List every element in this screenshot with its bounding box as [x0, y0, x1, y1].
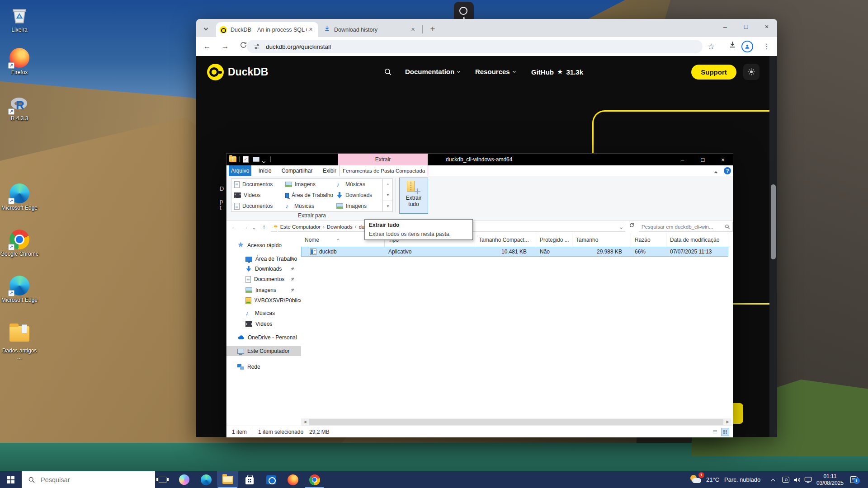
tray-weather-text[interactable]: Parc. nublado — [724, 471, 760, 488]
column-header-protegido[interactable]: Protegido ... — [536, 233, 572, 247]
explorer-close-button[interactable]: × — [713, 154, 733, 165]
sidebar-item-onedrive[interactable]: OneDrive - Personal — [226, 333, 301, 343]
help-button[interactable]: ? — [724, 167, 731, 174]
task-view-button[interactable] — [152, 471, 173, 488]
weather-icon[interactable]: 1 — [690, 474, 703, 485]
taskbar-outlook[interactable] — [260, 471, 282, 488]
theme-toggle-button[interactable] — [743, 64, 760, 80]
taskbar-firefox[interactable] — [282, 471, 303, 488]
back-button[interactable]: ← — [201, 41, 213, 52]
start-button[interactable] — [0, 471, 22, 488]
site-search-icon[interactable] — [384, 68, 392, 78]
taskbar-search-input[interactable] — [41, 476, 131, 483]
tab-download-history[interactable]: Download history × — [320, 22, 420, 37]
tray-meet-now-icon[interactable] — [780, 471, 791, 488]
explorer-up-button[interactable]: ↑ — [259, 222, 269, 232]
sidebar-item-downloads[interactable]: Downloads — [226, 264, 301, 274]
tab-search-button[interactable] — [200, 22, 212, 34]
sidebar-quick-access[interactable]: Acesso rápido — [226, 240, 301, 250]
history-chevron[interactable] — [251, 222, 257, 232]
url-text[interactable]: duckdb.org/#quickinstall — [266, 43, 331, 50]
dest-musicas-2[interactable]: ♪Músicas — [334, 179, 384, 190]
bookmark-star-icon[interactable]: ☆ — [705, 41, 717, 52]
dest-videos[interactable]: Vídeos — [231, 190, 282, 201]
details-view-button[interactable] — [711, 428, 719, 436]
new-tab-button[interactable]: + — [427, 23, 439, 35]
sidebar-item-pictures[interactable]: Imagens — [226, 285, 301, 295]
tab-close-icon[interactable]: × — [307, 26, 315, 33]
sidebar-item-music[interactable]: ♪Músicas — [226, 308, 301, 318]
column-header-compactado[interactable]: Tamanho Compact... — [475, 233, 536, 247]
nav-github[interactable]: GitHub ★ 31.3k — [531, 68, 583, 76]
icons-view-button[interactable] — [721, 428, 729, 436]
horizontal-scrollbar[interactable]: ◀ ▶ — [301, 418, 731, 426]
tab-duckdb[interactable]: DuckDB – An in-process SQL O × — [216, 22, 318, 37]
explorer-back-button[interactable]: ← — [229, 222, 239, 232]
sidebar-item-network[interactable]: Rede — [226, 362, 301, 372]
tray-clock[interactable]: 01:11 03/08/2025 — [816, 473, 844, 487]
taskbar-chrome[interactable] — [304, 471, 325, 488]
tab-compartilhar[interactable]: Compartilhar — [278, 165, 316, 176]
explorer-maximize-button[interactable]: □ — [693, 154, 713, 165]
desktop-icon-edge-1[interactable]: ↗ Microsoft Edge — [0, 183, 39, 211]
explorer-forward-button[interactable]: → — [240, 222, 250, 232]
breadcrumb-this-pc[interactable]: Este Computador — [280, 224, 321, 230]
dest-musicas[interactable]: ♪Músicas — [283, 201, 333, 211]
desktop-icon-chrome[interactable]: ↗ Google Chrome — [0, 230, 39, 257]
explorer-search[interactable] — [639, 222, 733, 232]
taskbar-store[interactable] — [239, 471, 260, 488]
taskbar-copilot[interactable] — [174, 471, 195, 488]
column-header-tamanho[interactable]: Tamanho — [572, 233, 631, 247]
qat-properties-button[interactable]: ✓ — [243, 156, 249, 163]
scrollbar-thumb[interactable] — [771, 184, 776, 259]
browser-menu-icon[interactable]: ⋮ — [760, 41, 773, 52]
explorer-search-input[interactable] — [642, 224, 725, 230]
tab-close-icon[interactable]: × — [409, 26, 417, 33]
breadcrumb-downloads[interactable]: Downloads — [327, 224, 353, 230]
profile-avatar[interactable] — [741, 41, 753, 52]
qat-new-folder-button[interactable] — [253, 157, 259, 162]
taskbar-file-explorer[interactable] — [217, 471, 238, 488]
dest-downloads[interactable]: Downloads — [334, 190, 384, 201]
sidebar-item-network-share[interactable]: \\VBOXSVR\Públicc — [226, 296, 301, 305]
refresh-button[interactable] — [627, 222, 636, 232]
desktop-icon-recycle-bin[interactable]: Lixeira — [0, 5, 39, 33]
scroll-up-icon[interactable]: ▲ — [383, 179, 393, 190]
desktop-icon-firefox[interactable]: ↗ Firefox — [0, 48, 39, 75]
address-bar[interactable]: duckdb.org/#quickinstall — [247, 40, 703, 53]
tray-network-icon[interactable] — [802, 471, 814, 488]
forward-button[interactable]: → — [219, 41, 231, 52]
contextual-tab-group[interactable]: Extrair — [338, 154, 428, 165]
dest-documentos[interactable]: Documentos — [231, 179, 282, 190]
scroll-right-icon[interactable]: ▶ — [724, 418, 731, 426]
scroll-left-icon[interactable]: ◀ — [301, 418, 309, 426]
desktop-icon-edge-2[interactable]: ↗ Microsoft Edge — [0, 276, 39, 303]
support-button[interactable]: Support — [691, 65, 736, 80]
sidebar-item-documents[interactable]: Documentos — [226, 274, 301, 284]
scroll-down-icon[interactable]: ▼ — [383, 190, 393, 201]
tab-exibir[interactable]: Exibir — [319, 165, 340, 176]
taskbar-search[interactable] — [22, 471, 155, 488]
browser-maximize-button[interactable]: □ — [736, 19, 756, 34]
site-info-icon[interactable] — [253, 43, 260, 50]
sidebar-item-this-pc[interactable]: Este Computador — [226, 346, 301, 356]
dest-documentos-2[interactable]: Documentos — [231, 201, 282, 211]
scroll-more-icon[interactable]: ▼ — [383, 201, 393, 211]
qat-customize-chevron[interactable] — [263, 158, 265, 164]
tray-hidden-icons-chevron[interactable] — [768, 471, 778, 488]
column-header-modificacao[interactable]: Data de modificação — [666, 233, 728, 247]
tray-temperature[interactable]: 21°C — [706, 471, 719, 488]
address-dropdown-chevron[interactable] — [620, 224, 622, 230]
nav-resources[interactable]: Resources — [475, 68, 515, 75]
ribbon-collapse-chevron[interactable] — [715, 169, 717, 175]
scrollbar-thumb[interactable] — [309, 419, 723, 425]
dest-imagens-2[interactable]: Imagens — [334, 201, 384, 211]
dest-imagens[interactable]: Imagens — [283, 179, 333, 190]
browser-close-button[interactable]: × — [756, 19, 777, 34]
page-scrollbar[interactable] — [769, 56, 777, 437]
column-header-razao[interactable]: Razão — [631, 233, 666, 247]
tab-inicio[interactable]: Início — [255, 165, 275, 176]
extract-all-button[interactable]: Extrair tudo — [399, 178, 428, 214]
tab-ferramentas[interactable]: Ferramentas de Pasta Compactada — [340, 165, 428, 176]
downloads-button[interactable] — [726, 41, 739, 52]
